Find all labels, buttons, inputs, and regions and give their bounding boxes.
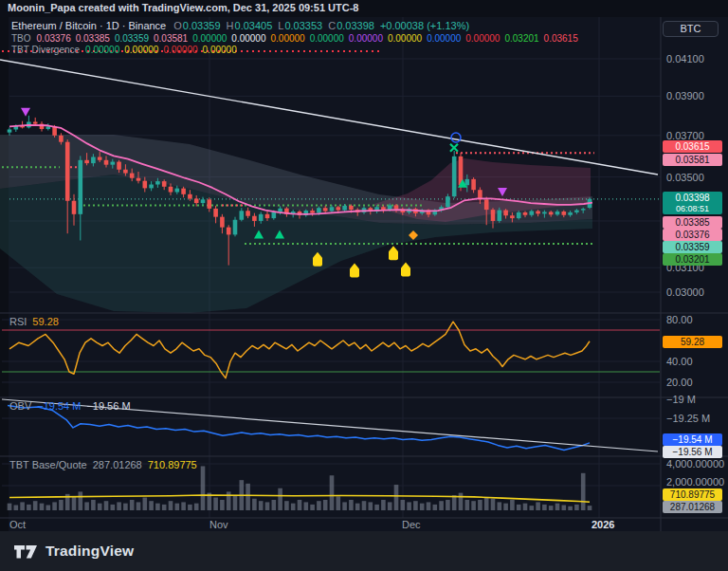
candle — [233, 217, 238, 237]
attribution-bar: Moonin_Papa created with TradingView.com… — [0, 0, 728, 17]
tbt-divergence-name[interactable]: TBT Divergence — [11, 45, 80, 55]
tbo-indicator-legend: TBO0.033760.033850.033590.035810.000000.… — [11, 33, 583, 44]
tbt-quote-value: 710.89775 — [148, 459, 197, 470]
tbo-value: 0.00000 — [271, 33, 305, 44]
tbt-volume-bars — [8, 466, 592, 510]
axis-label: 40.00 — [666, 356, 693, 367]
axis-label: 20.00 — [666, 377, 693, 388]
axis-price-badge: 0.03201 — [663, 253, 722, 266]
axis-label: −19 M — [666, 394, 696, 405]
axis-price-badge: 0.03359 — [663, 241, 722, 253]
axis-price-badge: 287.01268 — [663, 501, 722, 513]
ohlc-value: 0.03405 — [235, 20, 273, 31]
tbo-value: 0.03359 — [115, 33, 149, 44]
candle — [27, 116, 31, 129]
time-axis-label: 2026 — [592, 519, 614, 530]
tbo-value: 0.00000 — [231, 33, 265, 44]
tradingview-logo-text: TradingView — [46, 543, 134, 560]
tbt-divergence-legend: TBT Divergence0.000000.000000.000000.000… — [11, 45, 242, 55]
tbo-value: 0.00000 — [192, 33, 227, 44]
tbo-value: 0.00000 — [349, 33, 383, 44]
rsi-pane-legend: RSI59.28 — [9, 316, 59, 327]
axis-price-badge: 0.03615 — [663, 140, 722, 153]
axis-label: 0.03500 — [666, 172, 704, 183]
axis-label: −19.25 M — [666, 413, 710, 424]
obv-line — [8, 405, 590, 450]
axis-price-badge: −19.56 M — [663, 446, 722, 458]
ohlc-value: 0.03398 — [337, 20, 374, 31]
tbo-value: 0.03376 — [37, 33, 71, 44]
tbo-value: 0.03615 — [544, 33, 578, 44]
obv-pane-legend: OBV−19.54 M−19.56 M — [9, 400, 131, 412]
tbo-value: 0.03385 — [76, 33, 110, 44]
candle — [40, 121, 45, 132]
obv-indicator-name[interactable]: OBV — [9, 400, 31, 412]
price-change: +0.00038 (+1.13%) — [380, 20, 469, 31]
axis-label: 4,000.00000 — [666, 458, 724, 470]
tbt-divergence-value: 0.00000 — [124, 45, 158, 55]
axis-label: 0.03000 — [666, 286, 704, 298]
tbt-indicator-name[interactable]: TBT Base/Quote — [9, 459, 87, 470]
ohlc-value: 0.03359 — [183, 20, 221, 31]
candle — [452, 151, 457, 198]
tradingview-chart-window: Moonin_Papa created with TradingView.com… — [0, 0, 728, 571]
attribution-text: Moonin_Papa created with TradingView.com… — [8, 2, 358, 13]
rsi-indicator-name[interactable]: RSI — [9, 316, 27, 327]
axis-price-badge: 0.0339806:08:51 — [663, 192, 722, 214]
axis-label: 2,000.00000 — [666, 476, 724, 488]
tbo-value: 0.00000 — [465, 33, 500, 44]
tbo-value: 0.00000 — [427, 33, 461, 44]
candle — [33, 118, 38, 125]
tbt-base-value: 287.01268 — [93, 459, 142, 470]
tbo-value: 0.00000 — [388, 33, 422, 44]
rsi-value: 59.28 — [32, 316, 59, 327]
axis-label: 0.04100 — [666, 53, 704, 64]
tbo-value: 0.00000 — [310, 33, 344, 44]
obv-trend-value: −19.56 M — [86, 400, 130, 412]
time-axis-label: Nov — [209, 519, 228, 530]
signal-marker-pin — [389, 246, 398, 260]
signal-marker-td — [21, 108, 30, 117]
axis-price-badge: 59.28 — [663, 336, 722, 348]
candle — [46, 123, 51, 130]
symbol-title[interactable]: Ethereum / Bitcoin · 1D · Binance — [11, 20, 166, 31]
axis-label: 0.03900 — [666, 90, 704, 101]
axis-price-badge: 710.89775 — [663, 488, 722, 501]
symbol-legend: Ethereum / Bitcoin · 1D · BinanceO0.0335… — [11, 20, 475, 31]
time-axis-label: Dec — [402, 519, 421, 530]
tbo-value: 0.03581 — [154, 33, 188, 44]
axis-price-badge: 0.03581 — [663, 154, 722, 166]
signal-marker-cir — [451, 133, 461, 142]
tradingview-logo-icon — [12, 541, 39, 562]
tbo-indicator-name[interactable]: TBO — [11, 33, 31, 44]
ohlc-value: 0.03353 — [284, 20, 322, 31]
axis-label: 80.00 — [666, 314, 693, 325]
axis-price-badge: −19.54 M — [663, 433, 722, 446]
axis-price-badge: 0.03376 — [663, 229, 722, 241]
ohlc-label: H — [227, 20, 234, 31]
tbo-value: 0.03201 — [504, 33, 538, 44]
tbt-divergence-value: 0.00000 — [163, 45, 197, 55]
ohlc-label: C — [328, 20, 336, 31]
ohlc-label: L — [278, 20, 283, 31]
tradingview-logo[interactable]: TradingView — [12, 541, 134, 562]
currency-toggle-btc[interactable]: BTC — [663, 21, 719, 37]
tbt-divergence-value: 0.00000 — [203, 45, 237, 55]
footer-bar: TradingView — [0, 531, 728, 571]
chart-canvas[interactable] — [0, 0, 728, 571]
time-axis-label: Oct — [9, 519, 26, 530]
obv-value: −19.54 M — [37, 400, 81, 412]
tbt-pane-legend: TBT Base/Quote287.01268710.89775 — [9, 459, 197, 470]
axis-price-badge: 0.03385 — [663, 216, 722, 229]
tbt-divergence-value: 0.00000 — [85, 45, 119, 55]
signal-marker-x — [450, 144, 458, 152]
signal-marker-pin — [350, 264, 359, 278]
ohlc-label: O — [173, 20, 182, 31]
